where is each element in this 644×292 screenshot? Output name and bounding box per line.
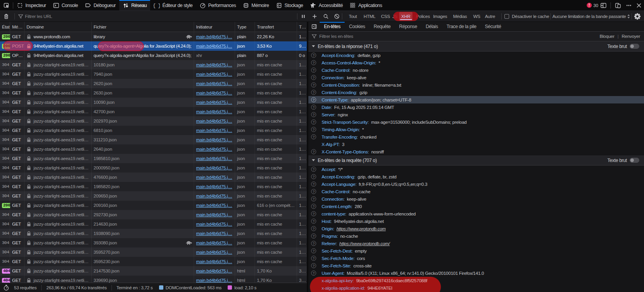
svg-text:{ }: { } bbox=[154, 3, 160, 9]
